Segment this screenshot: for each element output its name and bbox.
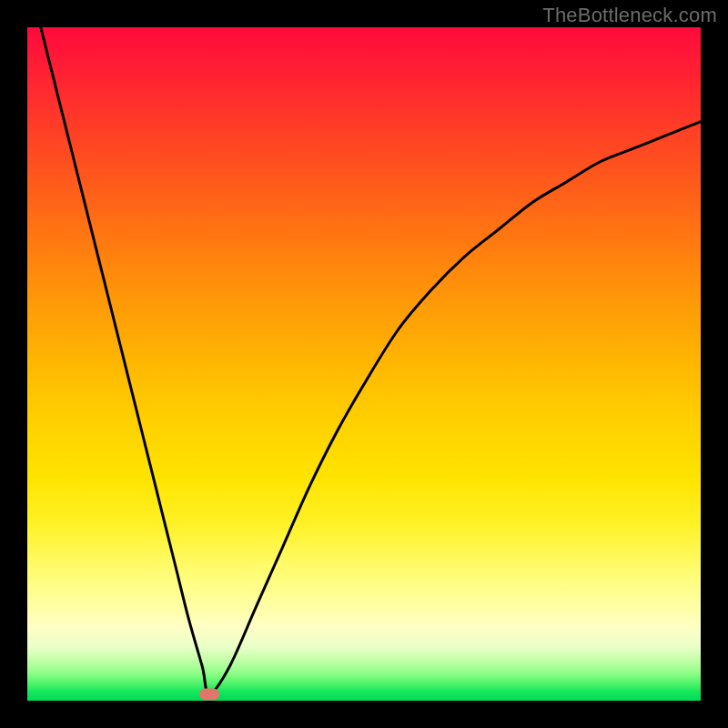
minimum-marker xyxy=(199,688,219,700)
chart-frame: TheBottleneck.com xyxy=(0,0,728,728)
bottleneck-curve-path xyxy=(41,27,701,694)
watermark-text: TheBottleneck.com xyxy=(542,4,717,27)
curve-layer xyxy=(27,27,701,701)
plot-area xyxy=(27,27,701,701)
